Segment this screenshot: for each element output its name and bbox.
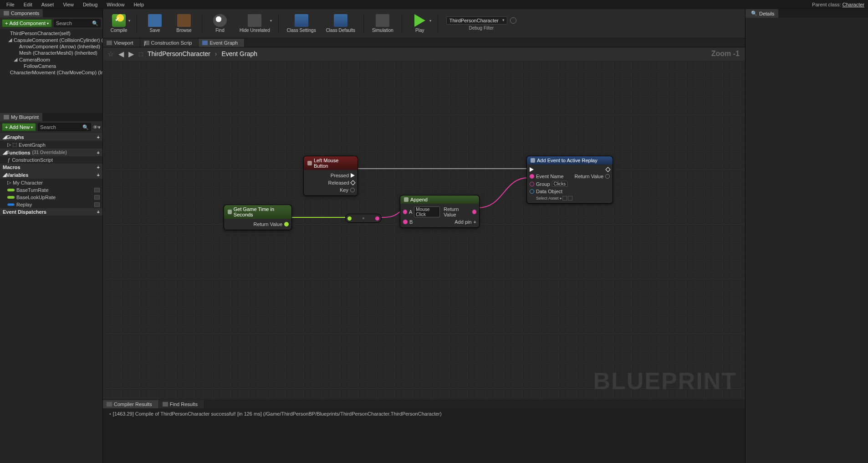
compile-icon (112, 14, 126, 27)
browse-button[interactable]: Browse (172, 13, 196, 34)
node-get-game-time[interactable]: Get Game Time in Seconds Return Value (224, 205, 292, 230)
graph-item-eventgraph[interactable]: ▷ ⬚ EventGraph (0, 141, 102, 149)
component-item[interactable]: Mesh (CharacterMesh0) (Inherited) (0, 50, 102, 56)
add-macro-button[interactable]: + (97, 165, 100, 170)
search-icon: 🔍 (92, 21, 98, 26)
tab-compiler-results[interactable]: Compiler Results (103, 400, 159, 408)
nav-forward-button[interactable]: ▶ (128, 50, 134, 58)
bottom-tabs: Compiler Results Find Results (103, 399, 745, 408)
asset-browse-icon[interactable] (568, 196, 572, 201)
tab-eventgraph[interactable]: Event Graph (199, 39, 245, 47)
components-tab[interactable]: Components (0, 9, 43, 17)
section-event-dispatchers[interactable]: Event Dispatchers+ (0, 208, 102, 216)
node-left-mouse-button[interactable]: Left Mouse Button Pressed Released Key (303, 156, 358, 196)
component-item[interactable]: ◢CapsuleComponent (CollisionCylinder) (I… (0, 36, 102, 43)
tab-viewport[interactable]: Viewport (103, 39, 140, 47)
class-defaults-button[interactable]: Class Defaults (323, 13, 358, 34)
pin-group[interactable]: GroupClicks (530, 181, 567, 187)
component-item[interactable]: ◢CameraBoom (0, 56, 102, 63)
add-function-button[interactable]: + (97, 150, 100, 155)
viewport-icon (107, 41, 112, 45)
toolbar: Compile▾ Save Browse Find Hide Unrelated… (103, 9, 745, 38)
variable-item[interactable]: BaseLookUpRate (0, 194, 102, 201)
component-item[interactable]: CharacterMovement (CharMoveComp) (Inher (0, 69, 102, 76)
asset-picker-icon[interactable] (562, 196, 567, 201)
pin-pressed[interactable]: Pressed (331, 173, 355, 178)
menu-debug[interactable]: Debug (78, 1, 102, 8)
variable-item[interactable]: BaseTurnRate (0, 186, 102, 194)
append-add-pin[interactable]: Add pin + (454, 219, 476, 225)
hide-unrelated-button[interactable]: Hide Unrelated▾ (237, 13, 273, 34)
find-icon (163, 402, 168, 406)
menu-asset[interactable]: Asset (37, 1, 59, 8)
menu-view[interactable]: View (58, 1, 78, 8)
menu-help[interactable]: Help (129, 1, 148, 8)
variable-item[interactable]: Replay (0, 201, 102, 208)
pin-released[interactable]: Released (328, 180, 355, 185)
zoom-label: Zoom -1 (711, 50, 740, 58)
favorite-icon[interactable]: ☆ (107, 50, 114, 58)
simulation-icon (376, 14, 389, 27)
pin-event-name[interactable]: Event Name (530, 174, 564, 179)
debug-target-dropdown[interactable]: ThirdPersonCharacter (446, 16, 507, 25)
pin-append-b[interactable]: B (403, 219, 413, 225)
eye-icon[interactable]: 👁▾ (93, 124, 101, 130)
pin-append-a[interactable]: AMouse Click (403, 206, 440, 217)
section-variables[interactable]: ◢Variables+ (0, 171, 102, 179)
category-icon[interactable] (94, 195, 100, 200)
category-icon[interactable] (94, 202, 100, 207)
nav-back-button[interactable]: ◀ (118, 50, 124, 58)
search-icon: 🔍 (751, 10, 757, 16)
pin-conv-in[interactable] (347, 216, 352, 221)
component-item[interactable]: ArrowComponent (Arrow) (Inherited) (0, 43, 102, 50)
function-constructionscript[interactable]: ƒ ConstructionScript (0, 156, 102, 164)
tab-find-results[interactable]: Find Results (159, 400, 204, 408)
pin-conv-out[interactable] (375, 216, 379, 221)
components-search[interactable]: Search🔍 (54, 19, 101, 27)
pin-key[interactable]: Key (340, 187, 355, 193)
node-append[interactable]: Append AMouse Click Return Value B Add p… (400, 195, 480, 228)
components-icon (4, 11, 9, 15)
myblueprint-search[interactable]: Search🔍 (38, 123, 91, 131)
add-variable-button[interactable]: + (97, 172, 100, 178)
menu-file[interactable]: File (2, 1, 19, 8)
lens-icon[interactable] (510, 17, 516, 24)
pin-exec-out[interactable] (606, 168, 610, 171)
section-functions[interactable]: ◢Functions(31 Overridable)+ (0, 149, 102, 156)
add-component-button[interactable]: + Add Component ▾ (2, 19, 52, 27)
details-tab[interactable]: 🔍Details (745, 9, 778, 18)
pin-data-object[interactable]: Data Object Select Asset▾ (530, 189, 572, 201)
breadcrumb-graph[interactable]: Event Graph (221, 50, 257, 57)
compile-button[interactable]: Compile▾ (107, 13, 131, 34)
myblueprint-tab[interactable]: My Blueprint (0, 113, 42, 121)
pin-exec-in[interactable] (530, 167, 534, 172)
add-new-button[interactable]: + Add New ▾ (2, 123, 36, 131)
add-graph-button[interactable]: + (97, 134, 100, 140)
component-item[interactable]: ThirdPersonCharacter(self) (0, 30, 102, 36)
pin-return-value[interactable]: Return Value (575, 174, 610, 179)
pin-append-return[interactable]: Return Value (444, 206, 476, 217)
section-graphs[interactable]: ◢Graphs+ (0, 133, 102, 141)
save-button[interactable]: Save (143, 13, 167, 34)
save-icon (148, 14, 162, 27)
category-icon[interactable] (94, 188, 100, 192)
menu-window[interactable]: Window (102, 1, 129, 8)
find-button[interactable]: Find (208, 13, 232, 34)
play-button[interactable]: Play▾ (408, 13, 432, 34)
breadcrumb-asset[interactable]: ThirdPersonCharacter (148, 50, 210, 57)
tab-constructionscript[interactable]: ƒConstruction Scrip (140, 39, 199, 47)
variables-group-mycharacter[interactable]: ▷ My Character (0, 179, 102, 186)
section-macros[interactable]: Macros+ (0, 164, 102, 171)
wires (103, 60, 745, 399)
node-add-event-to-replay[interactable]: Add Event to Active Replay Event Name Re… (526, 156, 613, 204)
class-settings-button[interactable]: Class Settings (284, 13, 319, 34)
node-float-to-string[interactable] (345, 214, 382, 223)
component-item[interactable]: FollowCamera (0, 63, 102, 69)
pin-gametime-return[interactable]: Return Value (254, 221, 289, 227)
components-tree: ThirdPersonCharacter(self)◢CapsuleCompon… (0, 29, 102, 77)
add-dispatcher-button[interactable]: + (97, 209, 100, 215)
menu-edit[interactable]: Edit (19, 1, 37, 8)
event-graph-canvas[interactable]: Left Mouse Button Pressed Released Key G… (103, 60, 745, 399)
simulation-button[interactable]: Simulation (369, 13, 396, 34)
parent-class-link[interactable]: Character (842, 2, 864, 7)
